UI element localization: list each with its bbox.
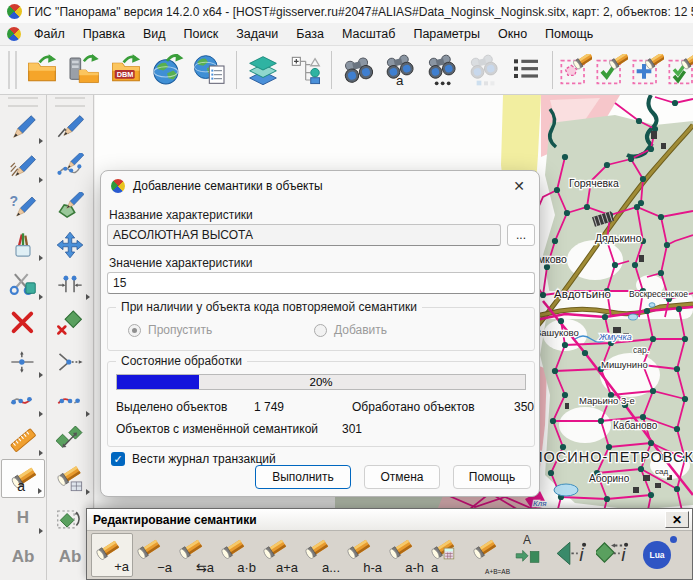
semantics-list-button[interactable]: a...: [301, 533, 343, 577]
move-object-button[interactable]: [48, 225, 92, 264]
move-point-button[interactable]: [1, 342, 45, 381]
object-appearance-button[interactable]: [1, 225, 45, 264]
dialog-close-button[interactable]: ✕: [505, 173, 533, 198]
open-map-button[interactable]: [21, 48, 63, 92]
semantics-to-height-button[interactable]: a-h: [385, 533, 427, 577]
create-polygon-button[interactable]: [48, 186, 92, 225]
characteristic-name-field[interactable]: АБСОЛЮТНАЯ ВЫСОТА: [107, 224, 501, 246]
toolbar-grip[interactable]: [8, 51, 17, 89]
continue-line-button[interactable]: [48, 342, 92, 381]
cancel-button[interactable]: Отмена: [364, 465, 440, 489]
close-icon: ✕: [672, 513, 682, 527]
delete-object-button[interactable]: [1, 303, 45, 342]
copy-semantics-to-objects-button[interactable]: i: [595, 533, 637, 577]
menu-edit[interactable]: Правка: [74, 25, 134, 43]
create-smooth-line-button[interactable]: [48, 147, 92, 186]
panel-close-button[interactable]: ✕: [665, 511, 689, 528]
measure-ruler-button[interactable]: [1, 420, 45, 459]
menu-parameters[interactable]: Параметры: [404, 25, 489, 43]
search-advanced-button[interactable]: [421, 48, 463, 92]
lua-script-button[interactable]: Lua: [637, 533, 679, 577]
add-semantics-button[interactable]: +a: [91, 533, 133, 577]
pencil-line-icon: [56, 114, 84, 142]
apply-semantics-selected-button[interactable]: [666, 48, 693, 92]
menu-file[interactable]: Файл: [25, 25, 74, 43]
progress-bar: 20%: [116, 374, 526, 390]
characteristic-value-input[interactable]: 15: [107, 272, 535, 294]
toolbar-grip[interactable]: [55, 97, 85, 107]
merge-semantics-button[interactable]: a+a: [259, 533, 301, 577]
menu-help[interactable]: Помощь: [536, 25, 602, 43]
flashlight-check-icon: [596, 54, 628, 86]
swap-objects-button[interactable]: [48, 420, 92, 459]
cut-object-button[interactable]: [1, 264, 45, 303]
open-database-map-button[interactable]: DBM: [105, 48, 147, 92]
map-label: Воскресенское: [629, 289, 688, 299]
dropdown-caret-icon: [86, 411, 90, 417]
dialog-logo-icon: [111, 179, 125, 193]
smooth-line-button[interactable]: [48, 381, 92, 420]
open-internet-map-button[interactable]: [147, 48, 189, 92]
create-query-button[interactable]: ?: [1, 186, 45, 225]
radio-skip-icon: [128, 324, 141, 337]
semantics-to-object-icon: [512, 545, 542, 571]
dialog-titlebar[interactable]: Добавление семантики в объекты: [101, 171, 539, 201]
edit-point-button[interactable]: [1, 381, 45, 420]
height-to-semantics-button[interactable]: h-a: [343, 533, 385, 577]
search-button[interactable]: [337, 48, 379, 92]
diamond-delete-icon: [56, 309, 84, 337]
map-label: Кабаново: [613, 420, 658, 431]
map-label: Горячевка: [569, 177, 619, 189]
remove-semantics-button[interactable]: −a: [133, 533, 175, 577]
menu-search[interactable]: Поиск: [175, 25, 228, 43]
create-relief-button[interactable]: [1, 147, 45, 186]
toolbar-grip[interactable]: [8, 97, 38, 107]
copy-semantics-button[interactable]: a·b: [217, 533, 259, 577]
add-semantics-to-selected-button[interactable]: [630, 48, 666, 92]
button-label: a·b: [237, 560, 256, 575]
browse-button[interactable]: ...: [507, 224, 535, 246]
semantics-parameters-button[interactable]: [48, 459, 92, 498]
cancel-button-label: Отмена: [380, 470, 423, 484]
concat-semantics-button[interactable]: A+B=AB: [469, 533, 511, 577]
search-continue-button[interactable]: [463, 48, 505, 92]
select-area-semantics-button[interactable]: [558, 48, 594, 92]
apply-semantics-button[interactable]: [594, 48, 630, 92]
align-points-button[interactable]: [48, 264, 92, 303]
add-semantics-tool-button[interactable]: a: [1, 459, 45, 498]
help-button[interactable]: Помощь: [453, 465, 531, 489]
create-object-button[interactable]: [1, 108, 45, 147]
replace-semantics-button[interactable]: ⇆a: [175, 533, 217, 577]
object-list-button[interactable]: [505, 48, 547, 92]
changed-objects-label: Объектов с изменённой семантикой: [116, 422, 342, 436]
menu-scale[interactable]: Масштаб: [333, 25, 404, 43]
create-line-button[interactable]: [48, 108, 92, 147]
menu-window[interactable]: Окно: [489, 25, 536, 43]
copy-semantics-diamond-icon: i: [596, 536, 634, 574]
menu-database[interactable]: База: [287, 25, 333, 43]
text-tool-button[interactable]: Ab: [1, 537, 45, 576]
window-titlebar[interactable]: ГИС "Панорама" версия 14.2.0 x64 - [HOST…: [0, 0, 693, 23]
app-menu-icon[interactable]: [7, 27, 21, 41]
processed-objects-value: 350: [514, 400, 534, 414]
toolbar-separator: [552, 51, 553, 89]
panel-toolbar: +a −a ⇆a a·b a+a a... h-a a-h: [87, 531, 692, 579]
web-service-list-button[interactable]: [189, 48, 231, 92]
flashlight-icon: [386, 534, 416, 560]
menu-tasks[interactable]: Задачи: [227, 25, 287, 43]
semantics-to-object-button[interactable]: A: [511, 533, 553, 577]
run-button[interactable]: Выполнить: [255, 465, 351, 489]
pencil-question-icon: ?: [9, 192, 37, 220]
search-by-name-button[interactable]: a: [379, 48, 421, 92]
copy-semantics-from-object-button[interactable]: i: [553, 533, 595, 577]
map-legend-button[interactable]: [284, 48, 326, 92]
delete-object-part-button[interactable]: [48, 303, 92, 342]
panel-titlebar[interactable]: Редактирование семантики ✕: [87, 509, 692, 531]
layer-list-button[interactable]: [242, 48, 284, 92]
journal-checkbox[interactable]: ✓: [111, 452, 125, 466]
map-label: сар.: [633, 345, 649, 355]
menu-view[interactable]: Вид: [134, 25, 175, 43]
calculate-semantics-button[interactable]: a: [427, 533, 469, 577]
open-server-map-button[interactable]: [63, 48, 105, 92]
height-tool-button[interactable]: H: [1, 498, 45, 537]
